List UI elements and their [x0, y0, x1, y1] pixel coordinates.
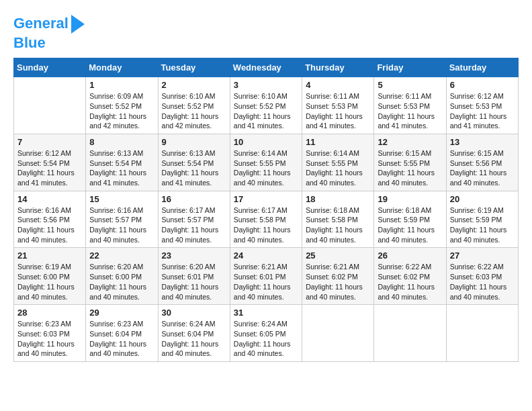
- day-number: 6: [450, 80, 515, 90]
- calendar-cell: 16Sunrise: 6:17 AMSunset: 5:57 PMDayligh…: [158, 191, 230, 248]
- calendar-cell: 30Sunrise: 6:24 AMSunset: 6:04 PMDayligh…: [158, 305, 230, 362]
- calendar-cell: 18Sunrise: 6:18 AMSunset: 5:58 PMDayligh…: [302, 191, 374, 248]
- day-number: 19: [378, 194, 442, 204]
- calendar-cell: 2Sunrise: 6:10 AMSunset: 5:52 PMDaylight…: [158, 77, 230, 134]
- day-number: 18: [306, 194, 370, 204]
- day-number: 9: [162, 137, 226, 147]
- header-wednesday: Wednesday: [230, 58, 302, 77]
- calendar-cell: 12Sunrise: 6:15 AMSunset: 5:55 PMDayligh…: [374, 134, 446, 191]
- calendar-cell: 23Sunrise: 6:20 AMSunset: 6:01 PMDayligh…: [158, 248, 230, 305]
- logo: General Blue: [13, 13, 85, 51]
- logo-blue: Blue: [13, 35, 46, 51]
- day-number: 14: [17, 194, 82, 204]
- calendar-cell: 20Sunrise: 6:19 AMSunset: 5:59 PMDayligh…: [446, 191, 518, 248]
- calendar-cell: 19Sunrise: 6:18 AMSunset: 5:59 PMDayligh…: [374, 191, 446, 248]
- day-number: 12: [378, 137, 442, 147]
- day-info: Sunrise: 6:23 AMSunset: 6:03 PMDaylight:…: [17, 319, 82, 359]
- day-number: 11: [306, 137, 370, 147]
- calendar-week-1: 1Sunrise: 6:09 AMSunset: 5:52 PMDaylight…: [14, 77, 519, 134]
- day-number: 8: [89, 137, 154, 147]
- day-number: 1: [89, 80, 154, 90]
- calendar-cell: 15Sunrise: 6:16 AMSunset: 5:57 PMDayligh…: [86, 191, 158, 248]
- day-info: Sunrise: 6:13 AMSunset: 5:54 PMDaylight:…: [162, 148, 226, 188]
- calendar-cell: 28Sunrise: 6:23 AMSunset: 6:03 PMDayligh…: [14, 305, 86, 362]
- day-info: Sunrise: 6:23 AMSunset: 6:04 PMDaylight:…: [89, 319, 154, 359]
- calendar-table: SundayMondayTuesdayWednesdayThursdayFrid…: [13, 58, 519, 362]
- calendar-cell: 26Sunrise: 6:22 AMSunset: 6:02 PMDayligh…: [374, 248, 446, 305]
- day-info: Sunrise: 6:11 AMSunset: 5:53 PMDaylight:…: [306, 91, 370, 131]
- day-number: 23: [162, 250, 226, 261]
- day-number: 21: [17, 250, 82, 261]
- calendar-cell: 9Sunrise: 6:13 AMSunset: 5:54 PMDaylight…: [158, 134, 230, 191]
- day-info: Sunrise: 6:14 AMSunset: 5:55 PMDaylight:…: [234, 148, 298, 188]
- calendar-cell: 1Sunrise: 6:09 AMSunset: 5:52 PMDaylight…: [86, 77, 158, 134]
- day-info: Sunrise: 6:20 AMSunset: 6:00 PMDaylight:…: [89, 262, 154, 302]
- calendar-cell: 13Sunrise: 6:15 AMSunset: 5:56 PMDayligh…: [446, 134, 518, 191]
- calendar-cell: [374, 305, 446, 362]
- day-info: Sunrise: 6:14 AMSunset: 5:55 PMDaylight:…: [306, 148, 370, 188]
- calendar-cell: 29Sunrise: 6:23 AMSunset: 6:04 PMDayligh…: [86, 305, 158, 362]
- day-info: Sunrise: 6:10 AMSunset: 5:52 PMDaylight:…: [162, 91, 226, 131]
- calendar-cell: [14, 77, 86, 134]
- day-number: 17: [234, 194, 298, 204]
- logo-general: General: [13, 15, 69, 32]
- day-info: Sunrise: 6:21 AMSunset: 6:02 PMDaylight:…: [306, 262, 370, 302]
- day-number: 22: [89, 250, 154, 261]
- header-friday: Friday: [374, 58, 446, 77]
- day-number: 31: [234, 308, 298, 318]
- day-number: 4: [306, 80, 370, 90]
- page-header: General Blue: [13, 13, 519, 51]
- calendar-cell: 3Sunrise: 6:10 AMSunset: 5:52 PMDaylight…: [230, 77, 302, 134]
- calendar-week-2: 7Sunrise: 6:12 AMSunset: 5:54 PMDaylight…: [14, 134, 519, 191]
- header-sunday: Sunday: [14, 58, 86, 77]
- day-info: Sunrise: 6:24 AMSunset: 6:04 PMDaylight:…: [162, 319, 226, 359]
- day-number: 13: [450, 137, 515, 147]
- day-info: Sunrise: 6:13 AMSunset: 5:54 PMDaylight:…: [89, 148, 154, 188]
- calendar-cell: 8Sunrise: 6:13 AMSunset: 5:54 PMDaylight…: [86, 134, 158, 191]
- calendar-cell: 7Sunrise: 6:12 AMSunset: 5:54 PMDaylight…: [14, 134, 86, 191]
- day-info: Sunrise: 6:17 AMSunset: 5:57 PMDaylight:…: [162, 205, 226, 245]
- day-info: Sunrise: 6:19 AMSunset: 5:59 PMDaylight:…: [450, 205, 515, 245]
- calendar-week-5: 28Sunrise: 6:23 AMSunset: 6:03 PMDayligh…: [14, 305, 519, 362]
- header-monday: Monday: [86, 58, 158, 77]
- day-info: Sunrise: 6:15 AMSunset: 5:56 PMDaylight:…: [450, 148, 515, 188]
- calendar-cell: 10Sunrise: 6:14 AMSunset: 5:55 PMDayligh…: [230, 134, 302, 191]
- day-info: Sunrise: 6:22 AMSunset: 6:03 PMDaylight:…: [450, 262, 515, 302]
- day-number: 20: [450, 194, 515, 204]
- calendar-cell: [446, 305, 518, 362]
- day-info: Sunrise: 6:16 AMSunset: 5:57 PMDaylight:…: [89, 205, 154, 245]
- day-number: 26: [378, 250, 442, 261]
- day-number: 5: [378, 80, 442, 90]
- calendar-cell: 5Sunrise: 6:11 AMSunset: 5:53 PMDaylight…: [374, 77, 446, 134]
- day-info: Sunrise: 6:24 AMSunset: 6:05 PMDaylight:…: [234, 319, 298, 359]
- day-number: 16: [162, 194, 226, 204]
- header-saturday: Saturday: [446, 58, 518, 77]
- day-info: Sunrise: 6:09 AMSunset: 5:52 PMDaylight:…: [89, 91, 154, 131]
- day-number: 29: [89, 308, 154, 318]
- calendar-cell: 17Sunrise: 6:17 AMSunset: 5:58 PMDayligh…: [230, 191, 302, 248]
- day-number: 7: [17, 137, 82, 147]
- header-tuesday: Tuesday: [158, 58, 230, 77]
- calendar-week-3: 14Sunrise: 6:16 AMSunset: 5:56 PMDayligh…: [14, 191, 519, 248]
- calendar-cell: 27Sunrise: 6:22 AMSunset: 6:03 PMDayligh…: [446, 248, 518, 305]
- calendar-cell: 31Sunrise: 6:24 AMSunset: 6:05 PMDayligh…: [230, 305, 302, 362]
- day-info: Sunrise: 6:18 AMSunset: 5:58 PMDaylight:…: [306, 205, 370, 245]
- day-info: Sunrise: 6:12 AMSunset: 5:53 PMDaylight:…: [450, 91, 515, 131]
- day-number: 30: [162, 308, 226, 318]
- calendar-cell: 14Sunrise: 6:16 AMSunset: 5:56 PMDayligh…: [14, 191, 86, 248]
- day-info: Sunrise: 6:12 AMSunset: 5:54 PMDaylight:…: [17, 148, 82, 188]
- calendar-cell: [302, 305, 374, 362]
- calendar-week-4: 21Sunrise: 6:19 AMSunset: 6:00 PMDayligh…: [14, 248, 519, 305]
- calendar-cell: 25Sunrise: 6:21 AMSunset: 6:02 PMDayligh…: [302, 248, 374, 305]
- day-info: Sunrise: 6:16 AMSunset: 5:56 PMDaylight:…: [17, 205, 82, 245]
- day-info: Sunrise: 6:15 AMSunset: 5:55 PMDaylight:…: [378, 148, 442, 188]
- calendar-cell: 6Sunrise: 6:12 AMSunset: 5:53 PMDaylight…: [446, 77, 518, 134]
- logo-arrow-icon: [71, 15, 85, 34]
- calendar-cell: 4Sunrise: 6:11 AMSunset: 5:53 PMDaylight…: [302, 77, 374, 134]
- header-thursday: Thursday: [302, 58, 374, 77]
- logo-text: General: [13, 15, 69, 32]
- calendar-header-row: SundayMondayTuesdayWednesdayThursdayFrid…: [14, 58, 519, 77]
- day-number: 2: [162, 80, 226, 90]
- day-number: 28: [17, 308, 82, 318]
- day-info: Sunrise: 6:22 AMSunset: 6:02 PMDaylight:…: [378, 262, 442, 302]
